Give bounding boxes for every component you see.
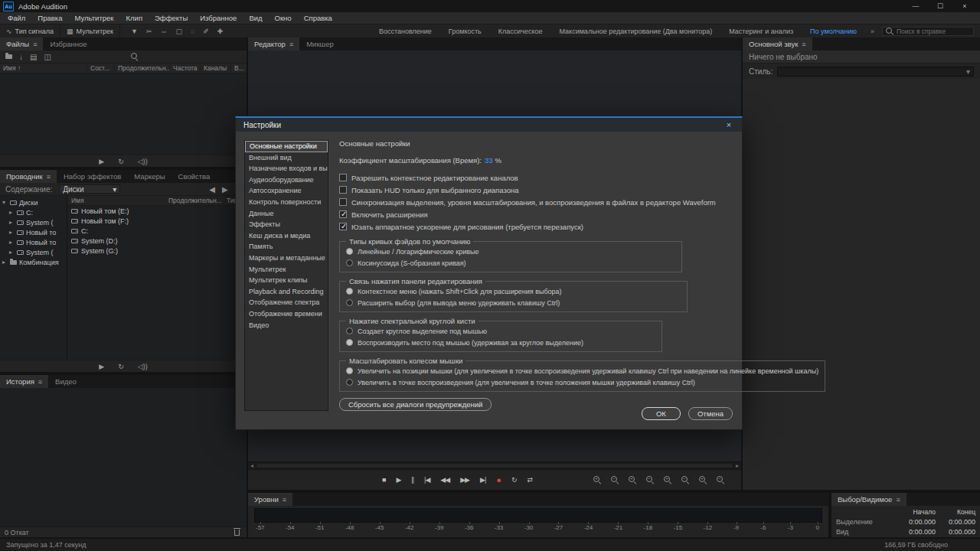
tool-icon[interactable]: ◌ <box>191 28 194 35</box>
checkbox-option[interactable]: Показать HUD только для выбранного диапа… <box>339 184 734 196</box>
tool-icon[interactable]: ⇔ <box>160 28 167 35</box>
drive-list-item[interactable]: Новый том (F:) <box>67 216 247 226</box>
workspace-overflow-button[interactable]: » <box>871 28 874 35</box>
auto-play-speaker-icon[interactable]: ◁)) <box>138 158 148 165</box>
category-item[interactable]: Мультитрек <box>245 264 328 276</box>
workspace-button[interactable]: Громкость <box>449 28 482 35</box>
tab-mixer[interactable]: Микшер <box>300 37 340 51</box>
tool-icon[interactable]: ✚ <box>217 28 224 35</box>
category-item[interactable]: Автосохранение <box>245 185 328 197</box>
back-icon[interactable]: ◀ <box>209 185 215 194</box>
fast-forward-button[interactable]: ▶▶ <box>460 476 469 484</box>
tree-root-drives[interactable]: ▾ Диски <box>0 197 67 207</box>
tree-item-drive[interactable]: ▸ System ( <box>0 217 67 227</box>
drive-list-item[interactable]: Новый том (E:) <box>67 206 247 216</box>
ok-button[interactable]: ОК <box>642 407 681 420</box>
category-item[interactable]: Основные настройки <box>245 141 328 152</box>
menu-item[interactable]: Файл <box>2 12 31 24</box>
dialog-titlebar[interactable]: Настройки × <box>236 118 742 132</box>
panel-menu-icon[interactable]: ≡ <box>896 496 900 504</box>
play-icon[interactable]: ▶ <box>99 158 104 165</box>
auto-play-speaker-icon[interactable]: ◁)) <box>138 363 148 370</box>
radio-option[interactable]: Косинусоида (S-образная кривая) <box>346 257 675 269</box>
workspace-button[interactable]: Мастеринг и анализ <box>729 28 793 35</box>
files-list[interactable] <box>0 73 247 155</box>
menu-item[interactable]: Эффекты <box>149 12 194 24</box>
forward-icon[interactable]: ▶ <box>222 185 228 194</box>
column-channels[interactable]: Каналы <box>201 64 231 72</box>
tab-markers[interactable]: Маркеры <box>128 170 171 183</box>
collapse-icon[interactable]: ▸ <box>9 239 15 246</box>
files-search-icon[interactable] <box>131 53 139 60</box>
tab-history[interactable]: История ≡ <box>0 375 48 388</box>
category-item[interactable]: Данные <box>245 208 328 220</box>
zoom-tool-icon[interactable]: + <box>664 476 671 484</box>
pause-button[interactable]: || <box>411 476 413 484</box>
zoom-tool-icon[interactable]: − <box>717 476 724 484</box>
tab-properties[interactable]: Свойства <box>172 170 217 183</box>
skip-selection-button[interactable]: ⇄ <box>527 476 532 484</box>
column-name[interactable]: Имя ↑ <box>0 64 87 72</box>
expand-icon[interactable]: ▾ <box>2 199 8 206</box>
tree-item-drive[interactable]: ▸ C: <box>0 207 67 217</box>
menu-item[interactable]: Мультитрек <box>68 12 119 24</box>
checkbox-option[interactable]: Включить расширения <box>339 208 734 220</box>
tab-favorites[interactable]: Избранное <box>44 37 93 51</box>
reset-warning-dialogs-button[interactable]: Сбросить все диалоги предупреждений <box>339 398 492 411</box>
extract-audio-icon[interactable]: ▤ <box>30 53 37 61</box>
tab-files[interactable]: Файлы ≡ <box>0 37 43 51</box>
multitrack-view-button[interactable]: ▦ Мультитрек <box>60 24 120 37</box>
column-duration[interactable]: Продолжительн... <box>115 64 170 72</box>
selection-start-value[interactable]: 0:00.000 <box>896 518 936 526</box>
zoom-tool-icon[interactable]: + <box>699 476 707 484</box>
collapse-icon[interactable]: ▸ <box>9 229 15 236</box>
tab-media-browser[interactable]: Проводник ≡ <box>0 170 57 183</box>
loop-icon[interactable]: ↻ <box>118 158 124 165</box>
trash-icon[interactable] <box>234 530 240 536</box>
panel-menu-icon[interactable]: ≡ <box>283 496 286 504</box>
checkbox-option[interactable]: Синхронизация выделения, уровня масштаби… <box>339 196 734 208</box>
collapse-icon[interactable]: ▸ <box>9 249 15 256</box>
history-list[interactable] <box>0 388 247 527</box>
panel-menu-icon[interactable]: ≡ <box>289 41 293 48</box>
category-item[interactable]: Видео <box>245 320 328 331</box>
level-meter[interactable] <box>254 508 822 523</box>
close-button[interactable]: × <box>952 0 977 12</box>
view-end-value[interactable]: 0:00.000 <box>936 528 975 536</box>
menu-item[interactable]: Правка <box>31 12 68 24</box>
record-button[interactable]: ● <box>496 475 501 484</box>
tree-item-drive[interactable]: ▸ System ( <box>0 247 67 257</box>
tool-icon[interactable]: ✐ <box>203 28 209 35</box>
tab-essential-sound[interactable]: Основной звук ≡ <box>743 37 812 51</box>
stop-button[interactable]: ■ <box>382 476 385 484</box>
category-item[interactable]: Контроль поверхности <box>245 197 328 208</box>
collapse-icon[interactable]: ▸ <box>2 259 8 266</box>
loop-playback-button[interactable]: ↻ <box>511 476 517 484</box>
scroll-right-icon[interactable]: ▸ <box>736 462 739 469</box>
radio-option[interactable]: Создает круглое выделение под мышью <box>346 325 655 337</box>
category-item[interactable]: Отображение спектра <box>245 297 328 308</box>
category-item[interactable]: Playback and Recording <box>245 286 328 298</box>
view-start-value[interactable]: 0:00.000 <box>896 528 936 536</box>
drive-list-item[interactable]: C: <box>67 226 247 236</box>
workspace-button[interactable]: По умолчанию <box>810 28 857 35</box>
style-dropdown[interactable]: ▾ <box>777 67 974 77</box>
menu-item[interactable]: Вид <box>243 12 268 24</box>
category-item[interactable]: Эффекты <box>245 219 328 230</box>
dialog-close-button[interactable]: × <box>724 120 734 129</box>
radio-option[interactable]: Воспроизводить место под мышью (удержива… <box>346 337 655 348</box>
tool-icon[interactable]: ▢ <box>175 28 182 35</box>
waveform-view-button[interactable]: ∿ Тип сигнала <box>0 24 60 37</box>
open-file-icon[interactable] <box>5 54 12 59</box>
workspace-button[interactable]: Классическое <box>498 28 543 35</box>
collapse-icon[interactable]: ▸ <box>9 209 15 216</box>
workspace-button[interactable]: Восстановление <box>379 28 432 35</box>
category-item[interactable]: Назначение входов и выходов <box>245 163 328 174</box>
help-search[interactable] <box>882 27 974 36</box>
panel-menu-icon[interactable]: ≡ <box>33 41 37 48</box>
zoom-tool-icon[interactable]: − <box>646 476 654 484</box>
category-item[interactable]: Кеш диска и медиа <box>245 230 328 242</box>
radio-option[interactable]: Контекстное меню (нажать Shift+Click для… <box>346 285 681 297</box>
selection-end-value[interactable]: 0:00.000 <box>936 518 975 526</box>
play-button[interactable]: ▶ <box>396 476 400 484</box>
